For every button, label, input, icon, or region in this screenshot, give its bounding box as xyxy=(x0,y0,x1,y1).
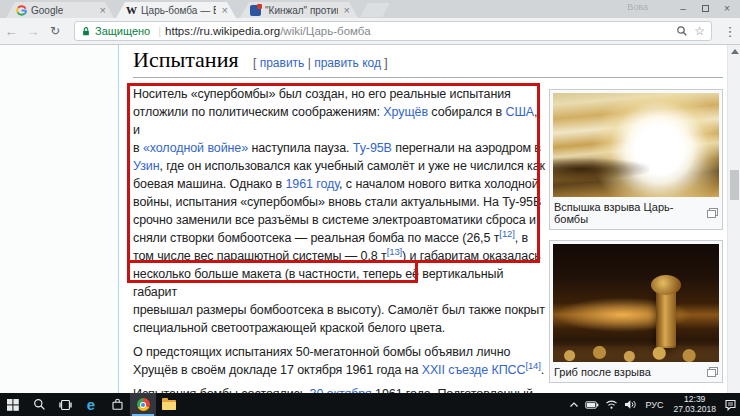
edge-button[interactable]: e xyxy=(78,393,104,416)
wiki-link[interactable]: Хрущёв xyxy=(383,105,428,119)
edit-link[interactable]: править xyxy=(260,56,305,70)
wiki-link[interactable]: США xyxy=(505,105,534,119)
network-indicator[interactable] xyxy=(602,393,621,416)
close-button[interactable]: × xyxy=(716,0,738,16)
photo-mushroom-cloud[interactable] xyxy=(553,244,719,362)
text-run: в xyxy=(133,141,143,155)
taskbar-search-button[interactable] xyxy=(26,393,52,416)
volume-indicator[interactable] xyxy=(621,393,640,416)
text-run: Хрущёв в своём докладе 17 октября 1961 г… xyxy=(133,363,422,377)
action-center-button[interactable] xyxy=(721,393,740,416)
wiki-link[interactable]: 1961 году xyxy=(285,177,339,191)
speaker-icon xyxy=(624,399,637,410)
tab-kinzhal-article[interactable]: "Кинжал" против ВМС С × xyxy=(240,2,358,18)
paragraph: О предстоящих испытаниях 50-мегатонной б… xyxy=(133,343,547,379)
tab-title: "Кинжал" против ВМС С xyxy=(265,5,338,16)
chrome-icon xyxy=(137,398,150,411)
text-run: срочно заменили все разъёмы в системе эл… xyxy=(133,213,536,227)
text-run: несколько больше макета (в частности, те… xyxy=(133,267,503,299)
text-run: специальной светоотражающей краской бело… xyxy=(133,321,445,335)
text-run: боевая машина. Однако в xyxy=(133,177,285,191)
wiki-link[interactable]: Узин xyxy=(133,159,159,173)
thumbnail-flash[interactable]: Вспышка взрыва Царь-бомбы xyxy=(549,89,723,230)
store-bag-icon xyxy=(111,398,124,411)
language-indicator[interactable]: РУС xyxy=(640,393,668,416)
profile-label[interactable]: Вова xyxy=(627,2,648,12)
scrollbar-track[interactable] xyxy=(727,45,740,393)
reference-link[interactable]: [12] xyxy=(499,228,514,239)
enlarge-icon[interactable] xyxy=(707,367,718,377)
action-center-icon xyxy=(724,399,737,411)
text-run: , в xyxy=(515,231,528,245)
task-view-button[interactable] xyxy=(52,393,78,416)
wiki-link[interactable]: Ту-95В xyxy=(353,141,392,155)
url-path: /wiki/Царь-бомба xyxy=(280,25,370,37)
window-controls: – × xyxy=(672,0,738,16)
scroll-up-arrow-icon[interactable] xyxy=(731,49,739,54)
tab-close-icon[interactable]: × xyxy=(98,5,108,15)
tab-google[interactable]: Google × xyxy=(6,2,114,18)
browser-menu-icon[interactable]: ⋮ xyxy=(720,24,740,39)
text-run: перегнали на аэродром в xyxy=(392,141,541,155)
store-button[interactable] xyxy=(104,393,130,416)
text-run: О предстоящих испытаниях 50-мегатонной б… xyxy=(133,345,510,359)
back-icon[interactable]: ← xyxy=(0,24,22,39)
thumbnail-mushroom[interactable]: Гриб после взрыва xyxy=(549,240,723,383)
address-bar[interactable]: Защищено | https://ru.wikipedia.org /wik… xyxy=(74,21,712,41)
battery-indicator[interactable] xyxy=(582,393,602,416)
folder-icon xyxy=(162,400,176,410)
site-favicon-icon xyxy=(250,5,261,16)
chrome-button-active[interactable] xyxy=(130,393,156,416)
browser-toolbar: ← → ↻ Защищено | https://ru.wikipedia.or… xyxy=(0,18,740,45)
wifi-icon xyxy=(605,399,618,410)
forward-icon[interactable]: → xyxy=(22,24,44,39)
url-host: https://ru.wikipedia.org xyxy=(165,25,280,37)
wiki-link[interactable]: XXII съезде КПСС xyxy=(422,363,526,377)
text-run: войны, испытания «супербомбы» вновь стал… xyxy=(133,195,541,209)
page-viewport: Испытания [ править | править код ] Носи… xyxy=(0,45,740,393)
tab-close-icon[interactable]: × xyxy=(342,5,352,15)
text-run: ) и габаритам оказалась xyxy=(402,249,541,263)
bookmark-star-icon[interactable]: ☆ xyxy=(694,24,705,38)
security-label[interactable]: Защищено xyxy=(95,25,150,37)
section-heading: Испытания xyxy=(133,47,239,72)
zoom-indicator-icon[interactable] xyxy=(676,25,688,37)
minimize-button[interactable]: – xyxy=(672,0,694,16)
maximize-button[interactable] xyxy=(694,0,716,16)
wiki-link[interactable]: «холодной войне» xyxy=(143,141,248,155)
enlarge-icon[interactable] xyxy=(707,208,718,218)
photo-tsar-bomba-flash[interactable] xyxy=(553,93,719,197)
search-icon xyxy=(33,398,46,411)
clock-date: 27.03.2018 xyxy=(673,405,716,415)
tray-expand-button[interactable] xyxy=(566,393,582,416)
text-run: сняли створки бомбоотсека — реальная бом… xyxy=(133,231,499,245)
edit-code-link[interactable]: править код xyxy=(314,56,381,70)
text-run: превышал размеры бомбоотсека в высоту). … xyxy=(133,303,545,317)
secure-lock-icon xyxy=(81,26,91,37)
tab-close-icon[interactable]: × xyxy=(220,5,230,15)
tab-wikipedia-active[interactable]: W Царь-бомба — Википе × xyxy=(116,2,236,18)
url-separator: | xyxy=(158,25,161,37)
tab-title: Царь-бомба — Википе xyxy=(141,5,216,16)
taskbar-clock[interactable]: 12:39 27.03.2018 xyxy=(668,393,721,416)
wikipedia-favicon-icon: W xyxy=(126,5,137,16)
windows-taskbar: e xyxy=(0,393,740,416)
new-tab-button[interactable] xyxy=(360,3,389,17)
text-run: том числе вес парашютной системы — 0,8 т xyxy=(133,249,387,263)
start-button[interactable] xyxy=(0,393,26,416)
windows-logo-icon xyxy=(7,399,19,411)
cloud-ground-shape xyxy=(553,346,719,362)
mushroom-cloud-shape xyxy=(656,282,676,348)
wiki-left-margin xyxy=(0,45,119,393)
system-tray: РУС 12:39 27.03.2018 xyxy=(566,393,740,416)
reload-icon[interactable]: ↻ xyxy=(44,24,66,38)
google-favicon-icon xyxy=(16,5,27,16)
reference-link[interactable]: [14] xyxy=(525,360,540,371)
text-run: Носитель «супербомбы» был создан, но его… xyxy=(133,87,511,101)
scrollbar-thumb[interactable] xyxy=(730,170,739,200)
maximize-icon xyxy=(702,5,709,12)
edit-section-links: [ править | править код ] xyxy=(253,56,388,70)
paragraph: Испытания бомбы состоялись 30 октября 19… xyxy=(133,385,547,393)
file-explorer-button[interactable] xyxy=(156,393,182,416)
reference-link[interactable]: [13] xyxy=(387,246,402,257)
